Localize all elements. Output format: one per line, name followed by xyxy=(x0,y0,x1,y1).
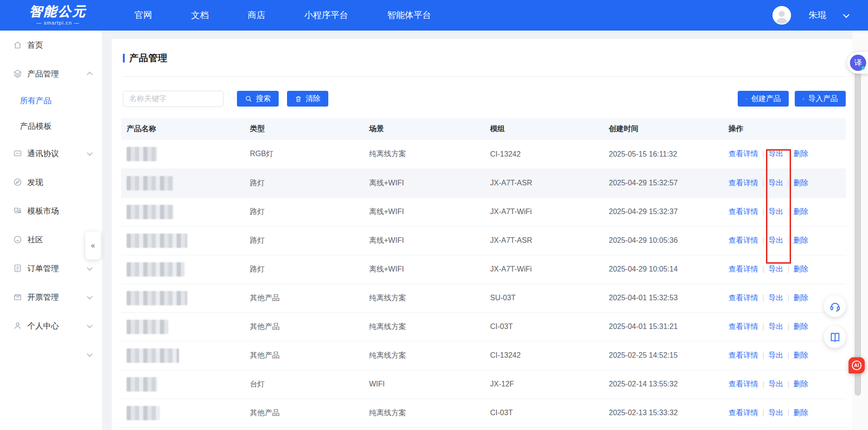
table-row[interactable]: 路灯离线+WIFIJX-A7T-WiFi2025-04-29 15:32:37查… xyxy=(121,197,846,226)
table-row[interactable]: RGB灯纯离线方案CI-132422025-05-15 16:11:32查看详情… xyxy=(121,140,846,169)
action-view-details[interactable]: 查看详情 xyxy=(728,409,758,417)
plus-icon xyxy=(746,95,747,102)
cell-product-name xyxy=(121,341,244,370)
cell-product-name xyxy=(121,169,244,197)
action-delete[interactable]: 删除 xyxy=(793,208,808,215)
action-delete[interactable]: 删除 xyxy=(793,150,808,158)
table-row[interactable]: 路灯离线+WIFIJX-A7T-ASR2025-04-29 15:32:57查看… xyxy=(121,169,846,197)
sidebar-item-模板市场[interactable]: 模板市场 xyxy=(0,196,102,225)
table-row[interactable]: 台灯WIFIJX-12F2025-02-14 13:55:32查看详情|导出|删… xyxy=(121,370,846,398)
sidebar-item-extra[interactable] xyxy=(0,340,102,369)
sidebar-collapse-button[interactable]: « xyxy=(85,232,101,259)
docs-button[interactable] xyxy=(824,326,846,348)
sidebar-item-首页[interactable]: 首页 xyxy=(0,31,102,59)
action-export[interactable]: 导出 xyxy=(768,236,783,244)
clear-button[interactable]: 清除 xyxy=(287,91,328,107)
search-button[interactable]: 搜索 xyxy=(237,91,279,107)
chevron-down-icon xyxy=(87,265,93,271)
action-view-details[interactable]: 查看详情 xyxy=(728,150,758,158)
sidebar-item-开票管理[interactable]: 开票管理 xyxy=(0,283,102,311)
cell-scene: 离线+WIFI xyxy=(364,197,485,226)
table-row[interactable]: 其他产品纯离线方案CI-132422025-02-25 14:52:15查看详情… xyxy=(121,341,846,370)
action-separator: | xyxy=(762,150,764,158)
action-delete[interactable]: 删除 xyxy=(793,294,808,302)
products-table-wrap: 产品名称类型场景模组创建时间操作 RGB灯纯离线方案CI-132422025-0… xyxy=(121,118,846,428)
sidebar-item-label: 所有产品 xyxy=(20,95,92,106)
sidebar-item-发现[interactable]: 发现 xyxy=(0,168,102,196)
products-table: 产品名称类型场景模组创建时间操作 RGB灯纯离线方案CI-132422025-0… xyxy=(121,118,846,428)
divider xyxy=(123,76,846,77)
sidebar-item-通讯协议[interactable]: 通讯协议 xyxy=(0,139,102,168)
action-export[interactable]: 导出 xyxy=(768,351,783,359)
nav-item[interactable]: 商店 xyxy=(248,9,265,21)
sidebar-item-产品模板[interactable]: 产品模板 xyxy=(0,114,102,139)
title-accent-bar xyxy=(123,54,125,63)
ai-assistant-button[interactable]: AI xyxy=(849,357,865,373)
topbar: 智能公元 — smartpi.cn — 官网文档商店小程序平台智能体平台 朱琨 xyxy=(0,0,868,31)
action-view-details[interactable]: 查看详情 xyxy=(728,179,758,187)
action-export[interactable]: 导出 xyxy=(768,179,783,187)
import-product-button[interactable]: 导入产品 xyxy=(795,91,846,107)
table-row[interactable]: 其他产品纯离线方案SU-03T2025-04-01 15:32:53查看详情|导… xyxy=(121,284,846,312)
action-view-details[interactable]: 查看详情 xyxy=(728,322,758,330)
search-icon xyxy=(245,95,252,102)
sidebar-item-所有产品[interactable]: 所有产品 xyxy=(0,88,102,114)
action-view-details[interactable]: 查看详情 xyxy=(728,236,758,244)
sidebar-item-产品管理[interactable]: 产品管理 xyxy=(0,59,102,88)
action-export[interactable]: 导出 xyxy=(768,294,783,302)
action-separator: | xyxy=(762,294,764,302)
support-button[interactable] xyxy=(824,295,846,317)
action-separator: | xyxy=(787,351,789,359)
action-export[interactable]: 导出 xyxy=(768,208,783,215)
action-delete[interactable]: 删除 xyxy=(793,380,808,388)
sidebar-item-个人中心[interactable]: 个人中心 xyxy=(0,311,102,340)
chevron-down-icon xyxy=(87,351,93,357)
cell-scene: 纯离线方案 xyxy=(364,341,485,370)
avatar[interactable] xyxy=(772,6,791,25)
table-row[interactable]: 其他产品纯离线方案CI-03T2025-02-13 15:33:32查看详情|导… xyxy=(121,398,846,427)
home-icon xyxy=(13,40,22,50)
action-delete[interactable]: 删除 xyxy=(793,179,808,187)
table-row[interactable]: 路灯离线+WIFIJX-A7T-ASR2025-04-29 10:05:36查看… xyxy=(121,226,846,255)
cell-product-name xyxy=(121,312,244,341)
search-input[interactable] xyxy=(123,91,223,107)
cell-type: 其他产品 xyxy=(244,312,364,341)
cell-module: CI-13242 xyxy=(485,140,603,169)
action-separator: | xyxy=(787,322,789,330)
action-view-details[interactable]: 查看详情 xyxy=(728,351,758,359)
nav-item[interactable]: 文档 xyxy=(191,9,209,21)
table-row[interactable]: 其他产品纯离线方案CI-03T2025-04-01 15:31:21查看详情|导… xyxy=(121,312,846,341)
cell-actions: 查看详情|导出|删除 xyxy=(723,398,846,427)
logo[interactable]: 智能公元 — smartpi.cn — xyxy=(21,5,95,25)
cell-module: JX-A7T-ASR xyxy=(485,226,603,255)
translate-widget[interactable]: 译 xyxy=(847,52,868,74)
nav-item[interactable]: 智能体平台 xyxy=(387,9,431,21)
username[interactable]: 朱琨 xyxy=(809,9,826,21)
nav-item[interactable]: 官网 xyxy=(134,9,152,21)
column-header: 场景 xyxy=(364,118,485,140)
action-delete[interactable]: 删除 xyxy=(793,409,808,417)
action-view-details[interactable]: 查看详情 xyxy=(728,208,758,215)
action-export[interactable]: 导出 xyxy=(768,409,783,417)
action-delete[interactable]: 删除 xyxy=(793,236,808,244)
nav-item[interactable]: 小程序平台 xyxy=(304,9,348,21)
action-separator: | xyxy=(762,380,764,388)
cell-created-time: 2025-04-29 10:05:36 xyxy=(603,226,723,255)
action-export[interactable]: 导出 xyxy=(768,150,783,158)
table-row[interactable]: 路灯离线+WIFIJX-A7T-WiFi2025-04-29 10:05:14查… xyxy=(121,255,846,284)
action-delete[interactable]: 删除 xyxy=(793,351,808,359)
action-view-details[interactable]: 查看详情 xyxy=(728,294,758,302)
action-view-details[interactable]: 查看详情 xyxy=(728,265,758,273)
action-delete[interactable]: 删除 xyxy=(793,265,808,273)
action-export[interactable]: 导出 xyxy=(768,265,783,273)
chevron-down-icon[interactable] xyxy=(843,12,849,18)
page-scrollbar-thumb[interactable] xyxy=(855,64,861,396)
action-export[interactable]: 导出 xyxy=(768,322,783,330)
create-product-button[interactable]: 创建产品 xyxy=(738,91,789,107)
action-export[interactable]: 导出 xyxy=(768,380,783,388)
action-view-details[interactable]: 查看详情 xyxy=(728,380,758,388)
cell-product-name xyxy=(121,398,244,427)
cell-scene: 离线+WIFI xyxy=(364,169,485,197)
action-delete[interactable]: 删除 xyxy=(793,322,808,330)
content-card: 产品管理 搜索 清除 创建产品 导入产品 xyxy=(112,39,852,430)
